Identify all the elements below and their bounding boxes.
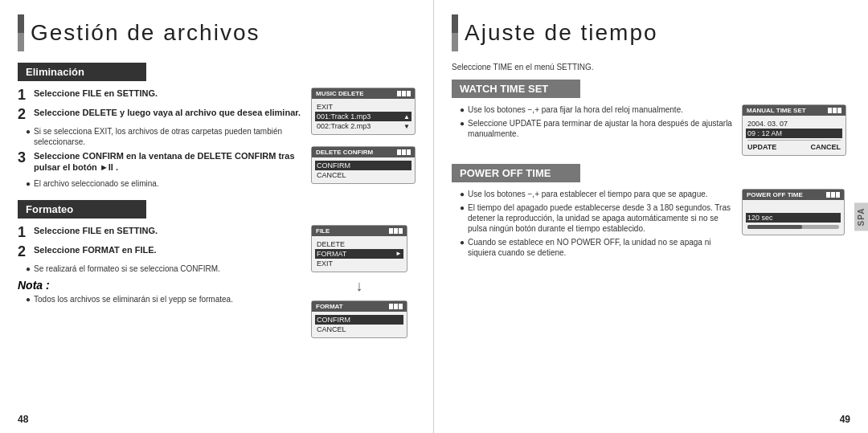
page-number-right: 49 xyxy=(840,414,850,425)
right-intro: Seleccione TIME en el menú SETTING. xyxy=(452,63,850,71)
right-page-title: Ajuste de tiempo xyxy=(465,20,658,46)
music-delete-title: MUSIC DELETE xyxy=(316,90,364,97)
formateo-section: Formateo 1 Seleccione FILE en SETTING. 2… xyxy=(18,200,416,338)
left-page-title: Gestión de archivos xyxy=(31,20,260,46)
nota-section: Nota : ● Todos los archivos se eliminará… xyxy=(18,279,303,304)
power-bullet2: ● El tiempo del apagado puede establecer… xyxy=(460,202,734,234)
watch-bullet1-text: Use los botones −,+ para fijar la hora d… xyxy=(468,104,683,115)
battery-delete xyxy=(397,149,411,155)
formateo-header: Formateo xyxy=(18,200,146,219)
poweroff-empty-row xyxy=(747,203,839,213)
header-accent-right xyxy=(452,14,458,51)
elim-bullet1: ● Si se selecciona EXIT, los archivos de… xyxy=(26,126,303,147)
music-row-track2: 002:Track 2.mp3 ▼ xyxy=(317,121,410,131)
format-step1-text: Seleccione FILE en SETTING. xyxy=(34,225,158,236)
watch-bullet2: ● Seleccione UPDATE para terminar de aju… xyxy=(460,118,734,139)
power-bullet3-text: Cuando se establece en NO POWER OFF, la … xyxy=(468,237,734,258)
eliminacion-section: Eliminación 1 Seleccione FILE en SETTING… xyxy=(18,63,416,192)
poweroff-title: POWER OFF TIME xyxy=(747,191,803,198)
file-row-format: FORMAT ► xyxy=(315,249,403,259)
page-left: Gestión de archivos Eliminación 1 Selecc… xyxy=(0,0,434,433)
elim-step3-num: 3 xyxy=(18,150,29,165)
file-title: FILE xyxy=(316,227,330,235)
power-bullet1-text: Use los botones −,+ para establecer el t… xyxy=(468,189,708,199)
format-bullet1: ● Se realizará el formateo si se selecci… xyxy=(26,263,303,274)
elim-bullet2-text: El archivo seleccionado se elimina. xyxy=(34,178,159,189)
format-step1: 1 Seleccione FILE en SETTING. xyxy=(18,225,303,239)
spa-tab: SPA xyxy=(854,202,868,231)
manual-time-date: 2004. 03. 07 xyxy=(747,119,841,129)
battery-music xyxy=(397,91,411,96)
power-off-time-mockup: POWER OFF TIME 120 sec xyxy=(742,189,845,235)
watch-time-set-section: WATCH TIME SET ● Use los botones −,+ par… xyxy=(452,80,850,156)
file-mockup: FILE DELETE FORMAT ► EXIT xyxy=(311,225,407,272)
down-arrow: ↓ xyxy=(311,278,407,295)
manual-time-time: 09 : 12 AM xyxy=(746,129,842,138)
format-confirm-title: FORMAT xyxy=(316,303,343,310)
music-row-track1: 001:Track 1.mp3 ▲ xyxy=(315,112,411,121)
power-bullet1: ● Use los botones −,+ para establecer el… xyxy=(460,189,734,199)
format-cancel-row: CANCEL xyxy=(317,325,402,334)
format-step2: 2 Seleccione FORMAT en FILE. xyxy=(18,244,303,259)
header-accent-left xyxy=(18,14,24,51)
poweroff-mockup-wrap: POWER OFF TIME 120 sec xyxy=(742,189,850,235)
elim-step1-num: 1 xyxy=(18,88,29,102)
power-off-time-header: POWER OFF TIME xyxy=(452,164,580,182)
eliminacion-header: Eliminación xyxy=(18,63,146,81)
manual-time-set-mockup: MANUAL TIME SET 2004. 03. 07 09 : 12 AM … xyxy=(742,104,846,156)
power-off-time-section: POWER OFF TIME ● Use los botones −,+ par… xyxy=(452,164,850,261)
power-bullet2-text: El tiempo del apagado puede establecerse… xyxy=(468,202,734,234)
watch-bullet1: ● Use los botones −,+ para fijar la hora… xyxy=(460,104,734,115)
battery-file xyxy=(389,228,403,234)
manual-update-row: UPDATE CANCEL xyxy=(747,142,841,152)
manual-time-title: MANUAL TIME SET xyxy=(747,107,806,114)
page-right: Ajuste de tiempo Seleccione TIME en el m… xyxy=(434,0,868,433)
nota-label: Nota : xyxy=(18,279,303,292)
format-step2-num: 2 xyxy=(18,244,29,259)
music-delete-mockup: MUSIC DELETE EXIT 001:Track 1.mp3 ▲ 002:… xyxy=(311,88,416,135)
watch-time-set-header: WATCH TIME SET xyxy=(452,80,580,98)
delete-confirm-mockup: DELETE CONFIRM CONFIRM CANCEL xyxy=(311,146,416,184)
battery-format xyxy=(389,304,403,309)
left-page-header: Gestión de archivos xyxy=(18,14,416,51)
elim-step3: 3 Seleccione CONFIRM en la ventana de DE… xyxy=(18,150,303,174)
format-bullet1-text: Se realizará el formateo si se seleccion… xyxy=(34,263,220,274)
manual-time-mockup-wrap: MANUAL TIME SET 2004. 03. 07 09 : 12 AM … xyxy=(742,104,850,156)
poweroff-value-row: 120 sec xyxy=(746,213,841,223)
file-row-exit: EXIT xyxy=(317,259,402,268)
music-row-exit: EXIT xyxy=(317,102,410,112)
delete-cancel-row: CANCEL xyxy=(317,170,410,180)
elim-step1-text: Seleccione FILE en SETTING. xyxy=(34,88,158,99)
battery-poweroff xyxy=(826,192,840,198)
delete-confirm-title: DELETE CONFIRM xyxy=(316,149,373,156)
nota-bullet-text: Todos los archivos se eliminarán si el y… xyxy=(34,294,233,304)
battery-manual xyxy=(828,108,841,113)
right-page-header: Ajuste de tiempo xyxy=(452,14,850,51)
elim-step2-text: Seleccione DELETE y luego vaya al archiv… xyxy=(34,107,301,118)
watch-bullet2-text: Seleccione UPDATE para terminar de ajust… xyxy=(468,118,734,139)
power-bullet3: ● Cuando se establece en NO POWER OFF, l… xyxy=(460,237,734,258)
nota-bullet: ● Todos los archivos se eliminarán si el… xyxy=(26,294,303,304)
elim-step1: 1 Seleccione FILE en SETTING. xyxy=(18,88,303,102)
format-confirm-mockup: FORMAT CONFIRM CANCEL xyxy=(311,300,407,338)
file-row-delete: DELETE xyxy=(317,239,402,249)
delete-confirm-row: CONFIRM xyxy=(315,161,411,170)
format-step2-text: Seleccione FORMAT en FILE. xyxy=(34,244,157,255)
elim-bullet2: ● El archivo seleccionado se elimina. xyxy=(26,178,303,189)
format-confirm-row: CONFIRM xyxy=(315,315,403,325)
elim-step2: 2 Seleccione DELETE y luego vaya al arch… xyxy=(18,107,303,121)
elim-step3-text: Seleccione CONFIRM en la ventana de DELE… xyxy=(34,150,303,174)
poweroff-slider-row xyxy=(747,223,839,231)
page-number-left: 48 xyxy=(18,414,28,425)
format-step1-num: 1 xyxy=(18,225,29,239)
elim-bullet1-text: Si se selecciona EXIT, los archivos de o… xyxy=(34,126,303,147)
elim-step2-num: 2 xyxy=(18,107,29,121)
